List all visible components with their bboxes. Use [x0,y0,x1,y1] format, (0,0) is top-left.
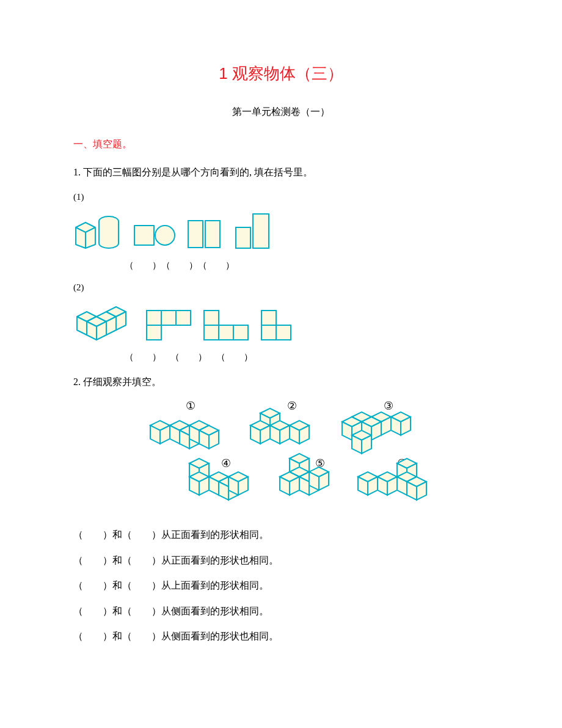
label-3: ③ [384,400,393,412]
svg-rect-26 [233,325,248,340]
fig-3d-cube-cylinder: .st{fill:#fdf9e0;stroke:#00aec7;stroke-w… [73,213,122,249]
svg-rect-5 [188,221,203,248]
q1-sub1-figures: .st{fill:#fdf9e0;stroke:#00aec7;stroke-w… [73,213,489,249]
svg-rect-23 [204,311,219,325]
question-2: 2. 仔细观察并填空。 [73,374,489,390]
svg-rect-28 [261,325,276,340]
page-title: 1 观察物体（三） [73,61,489,87]
section-1-header: 一、填空题。 [73,136,489,152]
svg-point-4 [155,226,175,245]
q1-sub2-blanks: （ ） （ ） （ ） [125,350,489,364]
label-2: ② [287,400,297,412]
svg-rect-25 [219,325,233,340]
svg-rect-8 [253,214,269,248]
fill-5: （ ）和（ ）从侧面看到的形状也相同。 [73,628,489,644]
svg-rect-29 [276,325,291,340]
svg-rect-19 [147,311,161,325]
fig-top-l [145,309,192,341]
fill-2: （ ）和（ ）从正面看到的形状也相同。 [73,553,489,568]
label-4: ④ [221,457,231,469]
svg-rect-24 [204,325,219,340]
svg-rect-7 [236,227,250,248]
svg-rect-21 [176,311,191,325]
q1-sub1-blanks: （ ）（ ）（ ） [125,258,489,273]
question-1: 1. 下面的三幅图分别是从哪个方向看到的, 填在括号里。 [73,164,489,180]
q1-sub1-label: (1) [73,189,489,204]
svg-rect-6 [205,221,220,248]
fig-side-step [260,309,292,341]
fig-two-rects-equal [187,216,224,249]
fig-front-l [203,309,249,341]
q1-sub2-label: (2) [73,280,489,295]
fig-3d-l-block [73,303,134,341]
q2-figures: .lab{font-family:sans-serif;font-size:18… [147,400,434,516]
fig-short-tall-rect [235,213,271,249]
fill-1: （ ）和（ ）从正面看到的形状相同。 [73,527,489,543]
fig-square-circle [133,222,176,249]
label-1: ① [186,400,195,412]
fill-4: （ ）和（ ）从侧面看到的形状相同。 [73,603,489,619]
svg-rect-22 [147,325,161,340]
subtitle: 第一单元检测卷（一） [73,104,489,120]
svg-rect-3 [134,226,154,245]
svg-rect-20 [161,311,176,325]
fill-3: （ ）和（ ）从上面看到的形状相同。 [73,578,489,594]
q1-sub2-figures [73,303,489,341]
svg-rect-27 [261,311,276,325]
